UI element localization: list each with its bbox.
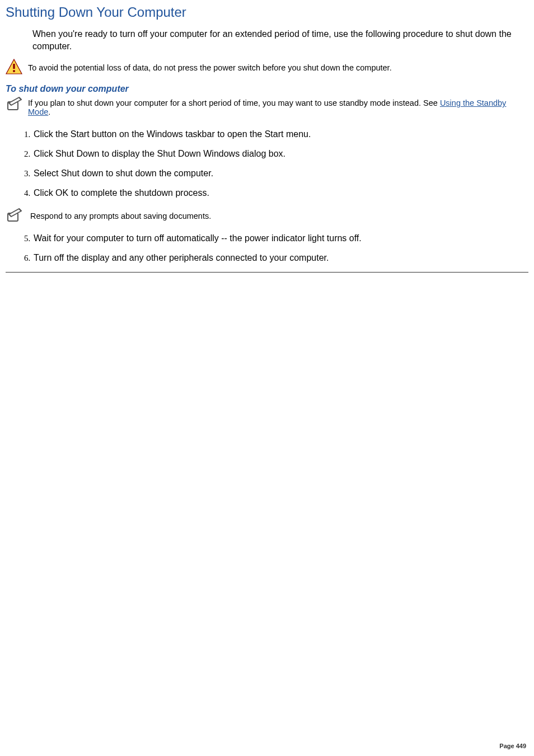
warning-note: To avoid the potential loss of data, do … (6, 59, 528, 76)
step-item: Click Shut Down to display the Shut Down… (32, 148, 528, 160)
svg-rect-1 (13, 64, 15, 69)
mid-note-text: Respond to any prompts about saving docu… (30, 212, 211, 220)
step-item: Wait for your computer to turn off autom… (32, 233, 528, 245)
page-title: Shutting Down Your Computer (6, 4, 528, 20)
step-item: Turn off the display and any other perip… (32, 252, 528, 264)
separator (6, 272, 528, 273)
step-item: Click the Start button on the Windows ta… (32, 129, 528, 140)
tip-note: If you plan to shut down your computer f… (6, 98, 528, 116)
tip-period: . (48, 107, 50, 116)
procedure-heading: To shut down your computer (6, 84, 528, 94)
mid-note: Respond to any prompts about saving docu… (6, 206, 528, 225)
note-icon (6, 206, 25, 225)
step-item: Click OK to complete the shutdown proces… (32, 187, 528, 199)
tip-text-pre: If you plan to shut down your computer f… (28, 98, 440, 107)
step-item: Select Shut down to shut down the comput… (32, 168, 528, 180)
steps-list-a: Click the Start button on the Windows ta… (6, 129, 528, 199)
warning-icon (6, 59, 22, 76)
intro-paragraph: When you're ready to turn off your compu… (32, 28, 528, 52)
page-number: Page 449 (499, 743, 526, 749)
svg-point-2 (13, 70, 15, 72)
warning-text: To avoid the potential loss of data, do … (28, 63, 392, 72)
note-icon (6, 95, 25, 114)
steps-list-b: Wait for your computer to turn off autom… (6, 233, 528, 264)
